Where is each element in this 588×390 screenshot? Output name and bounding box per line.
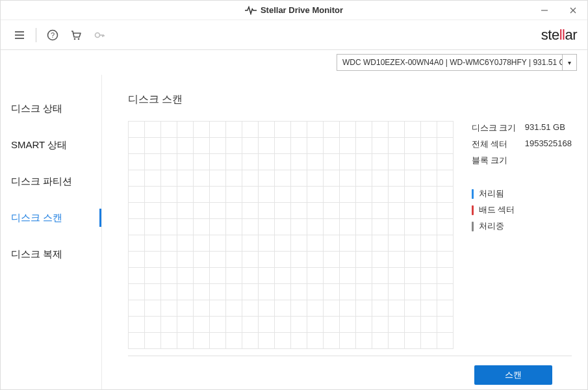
scan-cell <box>372 300 389 317</box>
stat-block-size: 블록 크기 <box>472 155 572 166</box>
scan-cell <box>177 203 194 219</box>
scan-button[interactable]: 스캔 <box>474 365 552 385</box>
logo-text-pre: ste <box>541 27 559 43</box>
scan-cell <box>210 219 226 235</box>
stat-value: 1953525168 <box>525 138 572 150</box>
scan-cell <box>177 252 194 268</box>
scan-cell <box>372 268 389 284</box>
scan-cell <box>356 235 372 252</box>
scan-cell <box>242 235 259 252</box>
scan-cell <box>405 284 421 300</box>
scan-cell <box>259 154 275 170</box>
scan-cell <box>210 138 226 154</box>
scan-cell <box>340 300 356 317</box>
scan-cell <box>421 219 437 235</box>
scan-cell <box>129 235 145 252</box>
scan-cell <box>324 154 340 170</box>
scan-cell <box>275 333 291 349</box>
scan-cell <box>177 317 194 333</box>
scan-cell <box>129 154 145 170</box>
scan-cell <box>210 170 226 187</box>
minimize-button[interactable] <box>530 1 559 20</box>
sidebar-item-disk-status[interactable]: 디스크 상태 <box>1 90 101 127</box>
scan-cell <box>324 317 340 333</box>
scan-cell <box>259 252 275 268</box>
scan-cell <box>194 268 210 284</box>
main-panel: 디스크 스캔 디스크 크기 931.51 GB 전체 섹터 1953525168… <box>102 75 587 390</box>
help-button[interactable]: ? <box>42 24 64 46</box>
scan-cell <box>194 333 210 349</box>
scan-cell <box>372 252 389 268</box>
footer: 스캔 <box>128 356 572 385</box>
scan-cell <box>210 300 226 317</box>
scan-cell <box>340 252 356 268</box>
scan-cell <box>129 122 145 138</box>
scan-cell <box>226 252 242 268</box>
scan-cell <box>226 122 242 138</box>
scan-cell <box>145 333 161 349</box>
scan-cell <box>307 284 324 300</box>
scan-cell <box>324 300 340 317</box>
scan-cell <box>340 187 356 203</box>
scan-cell <box>210 235 226 252</box>
scan-cell <box>324 203 340 219</box>
scan-cell <box>372 203 389 219</box>
scan-cell <box>340 170 356 187</box>
scan-cell <box>210 317 226 333</box>
legend-processing: 처리중 <box>472 220 572 232</box>
scan-cell <box>242 333 259 349</box>
scan-cell <box>242 154 259 170</box>
scan-cell <box>291 300 307 317</box>
scan-cell <box>437 154 454 170</box>
scan-cell <box>421 187 437 203</box>
scan-cell <box>405 252 421 268</box>
scan-cell <box>242 284 259 300</box>
scan-cell <box>275 203 291 219</box>
scan-cell <box>291 235 307 252</box>
sidebar-item-disk-scan[interactable]: 디스크 스캔 <box>1 200 101 236</box>
sidebar-item-disk-clone[interactable]: 디스크 복제 <box>1 236 101 272</box>
scan-cell <box>259 317 275 333</box>
scan-cell <box>129 333 145 349</box>
scan-cell <box>226 300 242 317</box>
scan-cell <box>161 187 177 203</box>
scan-cell <box>437 333 454 349</box>
scan-cell <box>389 138 405 154</box>
scan-cell <box>194 235 210 252</box>
stat-value: 931.51 GB <box>525 122 565 134</box>
scan-cell <box>356 122 372 138</box>
drive-selector[interactable]: WDC WD10EZEX-00WN4A0 | WD-WMC6Y0J78HFY |… <box>337 54 577 71</box>
scan-cell <box>226 333 242 349</box>
scan-cell <box>129 252 145 268</box>
scan-cell <box>275 235 291 252</box>
scan-cell <box>405 170 421 187</box>
scan-cell <box>437 170 454 187</box>
legend-label: 배드 섹터 <box>479 204 515 216</box>
scan-cell <box>389 203 405 219</box>
scan-cell <box>324 333 340 349</box>
scan-cell <box>324 235 340 252</box>
page-title: 디스크 스캔 <box>128 93 572 107</box>
scan-cell <box>129 300 145 317</box>
scan-cell <box>389 219 405 235</box>
sidebar-item-disk-partition[interactable]: 디스크 파티션 <box>1 163 101 200</box>
scan-cell <box>177 333 194 349</box>
scan-cell <box>307 219 324 235</box>
scan-cell <box>259 219 275 235</box>
scan-cell <box>177 268 194 284</box>
scan-cell <box>161 317 177 333</box>
scan-cell <box>372 170 389 187</box>
scan-cell <box>275 122 291 138</box>
cart-button[interactable] <box>65 24 87 46</box>
menu-button[interactable] <box>8 24 31 46</box>
key-button[interactable] <box>88 24 110 46</box>
scan-cell <box>421 252 437 268</box>
legend-label: 처리중 <box>479 220 504 232</box>
scan-cell <box>437 122 454 138</box>
scan-cell <box>226 187 242 203</box>
sidebar-item-smart-status[interactable]: SMART 상태 <box>1 127 101 163</box>
sidebar: 디스크 상태 SMART 상태 디스크 파티션 디스크 스캔 디스크 복제 <box>1 75 102 390</box>
chevron-down-icon[interactable]: ▾ <box>562 55 576 70</box>
scan-cell <box>372 154 389 170</box>
close-button[interactable] <box>559 1 587 20</box>
